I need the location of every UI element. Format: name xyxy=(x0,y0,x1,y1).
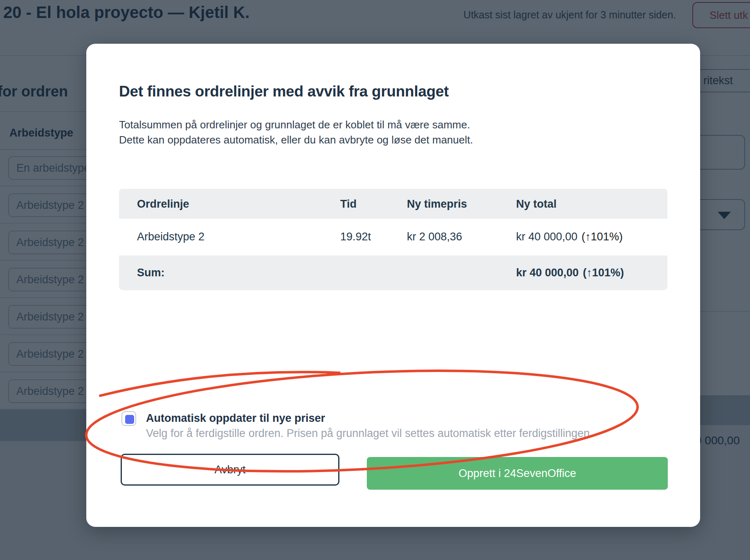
cell-ordrelinje: Arbeidstype 2 xyxy=(137,231,204,243)
confirm-create-button[interactable]: Opprett i 24SevenOffice xyxy=(367,457,668,490)
col-header-ordrelinje: Ordrelinje xyxy=(137,198,189,211)
cell-ny-timepris: kr 2 008,36 xyxy=(407,231,462,243)
dialog-description: Totalsummen på ordrelinjer og grunnlaget… xyxy=(119,117,473,148)
cancel-button[interactable]: Avbryt xyxy=(121,454,339,486)
cell-ny-total-amount: kr 40 000,00 xyxy=(516,231,577,243)
sum-total-amount: kr 40 000,00 xyxy=(516,267,579,279)
cell-ny-total-change: (↑101%) xyxy=(577,231,623,243)
sum-total: kr 40 000,00(↑101%) xyxy=(516,267,624,279)
col-header-tid: Tid xyxy=(340,198,357,211)
dialog-title: Det finnes ordrelinjer med avvik fra gru… xyxy=(119,83,449,100)
dialog-description-line1: Totalsummen på ordrelinjer og grunnlaget… xyxy=(119,117,473,132)
cell-tid: 19.92t xyxy=(340,231,371,243)
sum-label: Sum: xyxy=(137,267,165,279)
deviation-dialog: Det finnes ordrelinjer med avvik fra gru… xyxy=(86,44,700,527)
col-header-ny-timepris: Ny timepris xyxy=(407,198,467,211)
sum-total-change: (↑101%) xyxy=(579,267,624,279)
table-row: Arbeidstype 2 19.92t kr 2 008,36 kr 40 0… xyxy=(119,219,667,255)
col-header-ny-total: Ny total xyxy=(516,198,557,211)
auto-update-description: Velg for å ferdigstille ordren. Prisen p… xyxy=(146,427,593,440)
auto-update-checkbox[interactable] xyxy=(121,411,136,426)
checkbox-checked-fill xyxy=(125,415,134,424)
auto-update-label: Automatisk oppdater til nye priser xyxy=(146,412,325,425)
table-sum-row: Sum: kr 40 000,00(↑101%) xyxy=(119,255,667,290)
table-header-row: Ordrelinje Tid Ny timepris Ny total xyxy=(119,189,667,219)
app-root: 20 - El hola proyecto — Kjetil K. Utkast… xyxy=(0,0,750,560)
cell-ny-total: kr 40 000,00(↑101%) xyxy=(516,231,623,243)
dialog-description-line2: Dette kan oppdateres automatisk, eller d… xyxy=(119,132,473,148)
